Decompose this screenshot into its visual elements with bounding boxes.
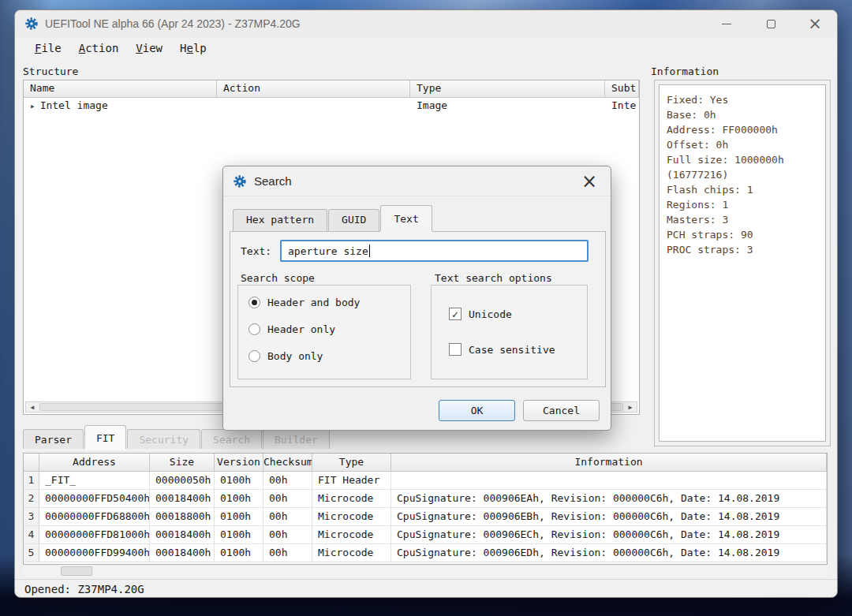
radio-header-and-body[interactable]: Header and body — [248, 297, 360, 308]
fit-table-horizontal-scrollbar[interactable] — [23, 566, 828, 577]
dialog-gear-icon — [233, 174, 247, 189]
table-row[interactable]: 1 _FIT_ 00000050h 0100h 00h FIT Header — [24, 472, 827, 490]
unchecked-checkbox-icon — [449, 343, 462, 356]
column-header-action[interactable]: Action — [217, 80, 410, 97]
info-line: Regions: 1 — [667, 197, 824, 212]
close-icon: × — [581, 170, 597, 192]
tab-parser[interactable]: Parser — [23, 429, 84, 449]
window-title: UEFITool NE alpha 66 (Apr 24 2023) - Z37… — [45, 17, 301, 30]
radio-body-only[interactable]: Body only — [248, 350, 323, 362]
info-line: Base: 0h — [667, 107, 824, 122]
column-header-type[interactable]: Type — [410, 80, 605, 97]
minimize-button[interactable] — [704, 10, 749, 37]
structure-table-header: Name Action Type Subt — [24, 80, 639, 98]
tab-search: Search — [201, 429, 262, 449]
maximize-icon — [767, 20, 775, 28]
title-bar[interactable]: UEFITool NE alpha 66 (Apr 24 2023) - Z37… — [15, 10, 837, 37]
search-scope-label: Search scope — [241, 272, 315, 284]
info-line: Full size: 1000000h — [667, 152, 824, 167]
table-row[interactable]: 3 00000000FFD68800h 00018800h 0100h 00h … — [24, 508, 827, 526]
search-scope-groupbox: Header and body Header only Body only — [237, 285, 411, 379]
info-line: Address: FF000000h — [667, 122, 824, 137]
column-header-size[interactable]: Size — [150, 454, 215, 471]
scrollbar-thumb[interactable] — [61, 566, 92, 576]
information-content: Fixed: Yes Base: 0h Address: FF000000h O… — [659, 84, 826, 442]
radio-icon — [248, 323, 260, 335]
expand-arrow-icon[interactable]: ▸ — [30, 101, 36, 111]
info-line: Fixed: Yes — [667, 92, 824, 107]
checkbox-unicode[interactable]: ✓ Unicode — [449, 308, 512, 320]
tab-hex-pattern[interactable]: Hex pattern — [233, 209, 327, 231]
radio-icon — [248, 350, 260, 362]
menu-bar: File Action View Help — [15, 37, 837, 59]
column-header-type[interactable]: Type — [312, 454, 391, 471]
menu-help[interactable]: Help — [171, 39, 215, 57]
table-row[interactable]: 2 00000000FFD50400h 00018400h 0100h 00h … — [24, 490, 827, 508]
dialog-close-button[interactable]: × — [577, 170, 601, 193]
text-search-input[interactable]: aperture size — [280, 240, 589, 262]
close-icon: × — [808, 16, 822, 32]
tab-fit[interactable]: FIT — [84, 425, 126, 449]
structure-panel-label: Structure — [23, 65, 78, 77]
radio-icon — [248, 297, 260, 308]
table-row[interactable]: 5 00000000FFD99400h 00018400h 0100h 00h … — [24, 544, 827, 562]
checked-checkbox-icon: ✓ — [449, 308, 462, 320]
dialog-title: Search — [254, 174, 292, 188]
tab-builder: Builder — [263, 429, 330, 449]
status-bar: Opened: Z37MP4.20G — [15, 579, 837, 598]
text-field-label: Text: — [241, 245, 271, 257]
tree-item-action — [217, 98, 410, 115]
column-header-address[interactable]: Address — [39, 454, 150, 471]
status-text: Opened: Z37MP4.20G — [24, 583, 144, 595]
column-header-name[interactable]: Name — [24, 80, 217, 97]
information-panel: Fixed: Yes Base: 0h Address: FF000000h O… — [654, 80, 831, 446]
tree-item-subtype: Inte — [605, 98, 639, 115]
table-row[interactable]: 4 00000000FFD81000h 00018400h 0100h 00h … — [24, 526, 827, 544]
tab-text[interactable]: Text — [380, 205, 432, 231]
row-number-header — [24, 454, 39, 471]
column-header-information[interactable]: Information — [391, 454, 827, 471]
info-line: PCH straps: 90 — [667, 227, 824, 242]
minimize-icon — [722, 24, 731, 24]
menu-file[interactable]: File — [26, 39, 70, 57]
menu-action[interactable]: Action — [70, 39, 128, 57]
tree-item-type: Image — [410, 98, 605, 115]
column-header-checksum[interactable]: Checksum — [263, 454, 312, 471]
info-line: Flash chips: 1 — [667, 182, 824, 197]
text-cursor — [369, 245, 371, 257]
tree-item-name: Intel image — [40, 99, 108, 111]
tree-row-intel-image[interactable]: ▸Intel image Image Inte — [24, 98, 639, 115]
maximize-button[interactable] — [749, 10, 793, 37]
dialog-title-bar[interactable]: Search × — [223, 166, 611, 196]
fit-table: Address Size Version Checksum Type Infor… — [23, 453, 828, 565]
menu-view[interactable]: View — [127, 39, 171, 57]
information-panel-label: Information — [651, 65, 719, 77]
text-search-options-label: Text search options — [435, 272, 552, 284]
bottom-tab-bar: Parser FIT Security Search Builder — [23, 427, 331, 449]
scroll-left-icon[interactable]: ◀ — [26, 402, 39, 412]
close-button[interactable]: × — [793, 10, 837, 37]
column-header-subtype[interactable]: Subt — [605, 80, 639, 97]
search-dialog: Search × Hex pattern GUID Text Text: ape… — [222, 166, 611, 431]
column-header-version[interactable]: Version — [215, 454, 263, 471]
text-search-options-groupbox: ✓ Unicode Case sensitive — [431, 285, 588, 379]
tab-security: Security — [127, 429, 200, 449]
cancel-button[interactable]: Cancel — [523, 400, 600, 421]
dialog-tab-bar: Hex pattern GUID Text — [233, 209, 433, 231]
fit-table-header: Address Size Version Checksum Type Infor… — [24, 454, 827, 472]
tab-guid[interactable]: GUID — [328, 209, 379, 231]
info-line: PROC straps: 3 — [667, 242, 824, 257]
info-line: Masters: 3 — [667, 212, 824, 227]
ok-button[interactable]: OK — [439, 400, 515, 421]
desktop-background: UEFITool NE alpha 66 (Apr 24 2023) - Z37… — [0, 0, 852, 616]
uefitool-gear-icon — [24, 17, 39, 31]
scroll-right-icon[interactable]: ▶ — [624, 402, 637, 412]
info-line: (16777216) — [667, 167, 824, 182]
text-search-value: aperture size — [288, 245, 368, 257]
checkbox-case-sensitive[interactable]: Case sensitive — [449, 343, 555, 356]
radio-header-only[interactable]: Header only — [248, 323, 335, 335]
info-line: Offset: 0h — [667, 137, 824, 152]
